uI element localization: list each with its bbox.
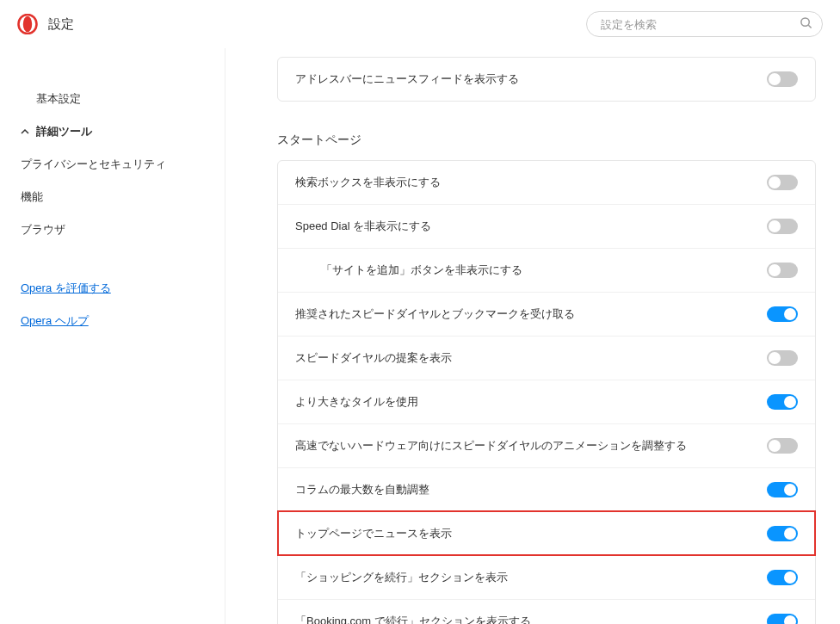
row-label: 推奨されたスピードダイヤルとブックマークを受け取る <box>295 306 575 322</box>
toggle-booking[interactable] <box>767 614 798 624</box>
toggle-big-tiles[interactable] <box>767 394 798 410</box>
toggle-addressbar-news[interactable] <box>767 71 798 87</box>
sidebar-spacer <box>0 246 225 272</box>
sidebar-item-privacy[interactable]: プライバシーとセキュリティ <box>0 148 225 181</box>
toggle-suggestions[interactable] <box>767 350 798 366</box>
sidebar-label: プライバシーとセキュリティ <box>21 157 166 172</box>
row-label: スピードダイヤルの提案を表示 <box>295 350 452 366</box>
row-recommended[interactable]: 推奨されたスピードダイヤルとブックマークを受け取る <box>278 292 815 336</box>
sidebar-label: 基本設定 <box>36 91 81 107</box>
toggle-hide-addsite[interactable] <box>767 263 798 278</box>
row-addressbar-news[interactable]: アドレスバーにニュースフィードを表示する <box>278 58 815 101</box>
page-title: 設定 <box>48 16 74 33</box>
row-label: 「ショッピングを続行」セクションを表示 <box>295 570 508 585</box>
body: 基本設定 詳細ツール プライバシーとセキュリティ 機能 ブラウザ Opera を… <box>0 48 840 624</box>
toggle-hide-speeddial[interactable] <box>767 219 798 234</box>
row-hide-addsite[interactable]: 「サイトを追加」ボタンを非表示にする <box>278 248 815 292</box>
row-label: アドレスバーにニュースフィードを表示する <box>295 71 519 87</box>
row-label: 「サイトを追加」ボタンを非表示にする <box>295 263 522 278</box>
sidebar-label: Opera ヘルプ <box>21 313 89 329</box>
sidebar-label: Opera を評価する <box>21 281 111 296</box>
row-label: トップページでニュースを表示 <box>295 526 452 541</box>
row-label: より大きなタイルを使用 <box>295 394 418 410</box>
row-label: 「Booking.com で続行」セクションを表示する <box>295 614 531 624</box>
row-shopping[interactable]: 「ショッピングを続行」セクションを表示 <box>278 555 815 599</box>
toggle-top-news[interactable] <box>767 526 798 541</box>
row-label: コラムの最大数を自動調整 <box>295 482 429 497</box>
sidebar-link-rate[interactable]: Opera を評価する <box>0 272 225 305</box>
search-icon <box>800 16 812 32</box>
header-left: 設定 <box>17 14 74 34</box>
sidebar-item-advanced[interactable]: 詳細ツール <box>0 115 225 148</box>
sidebar-item-features[interactable]: 機能 <box>0 181 225 213</box>
sidebar-label: ブラウザ <box>21 222 65 238</box>
row-booking[interactable]: 「Booking.com で続行」セクションを表示する <box>278 599 815 624</box>
toggle-auto-columns[interactable] <box>767 482 798 497</box>
sidebar-item-browser[interactable]: ブラウザ <box>0 213 225 246</box>
toggle-recommended[interactable] <box>767 306 798 322</box>
row-label: 検索ボックスを非表示にする <box>295 175 441 190</box>
section-startpage: 検索ボックスを非表示にする Speed Dial を非表示にする 「サイトを追加… <box>277 160 816 624</box>
sidebar-item-basic[interactable]: 基本設定 <box>0 83 225 115</box>
search-input[interactable] <box>586 11 823 37</box>
section-top: アドレスバーにニュースフィードを表示する <box>277 57 816 102</box>
toggle-hide-search[interactable] <box>767 175 798 190</box>
svg-point-1 <box>23 16 32 32</box>
sidebar-label: 詳細ツール <box>36 124 92 139</box>
sidebar: 基本設定 詳細ツール プライバシーとセキュリティ 機能 ブラウザ Opera を… <box>0 48 225 624</box>
opera-logo-icon <box>17 14 38 34</box>
row-top-news[interactable]: トップページでニュースを表示 <box>278 511 815 555</box>
row-big-tiles[interactable]: より大きなタイルを使用 <box>278 380 815 423</box>
chevron-up-icon <box>21 127 29 136</box>
svg-point-2 <box>801 18 809 26</box>
row-auto-columns[interactable]: コラムの最大数を自動調整 <box>278 467 815 511</box>
main-content: アドレスバーにニュースフィードを表示する スタートページ 検索ボックスを非表示に… <box>225 48 840 624</box>
section-title-startpage: スタートページ <box>277 133 816 148</box>
toggle-shopping[interactable] <box>767 570 798 585</box>
row-anim-slow[interactable]: 高速でないハードウェア向けにスピードダイヤルのアニメーションを調整する <box>278 423 815 467</box>
toggle-anim-slow[interactable] <box>767 438 798 454</box>
sidebar-label: 機能 <box>21 189 43 205</box>
row-hide-search[interactable]: 検索ボックスを非表示にする <box>278 161 815 204</box>
row-suggestions[interactable]: スピードダイヤルの提案を表示 <box>278 336 815 380</box>
svg-line-3 <box>808 25 811 28</box>
row-label: Speed Dial を非表示にする <box>295 219 431 234</box>
sidebar-link-help[interactable]: Opera ヘルプ <box>0 305 225 337</box>
search-container <box>586 11 823 37</box>
header: 設定 <box>0 0 840 48</box>
row-label: 高速でないハードウェア向けにスピードダイヤルのアニメーションを調整する <box>295 438 687 454</box>
row-hide-speeddial[interactable]: Speed Dial を非表示にする <box>278 204 815 248</box>
